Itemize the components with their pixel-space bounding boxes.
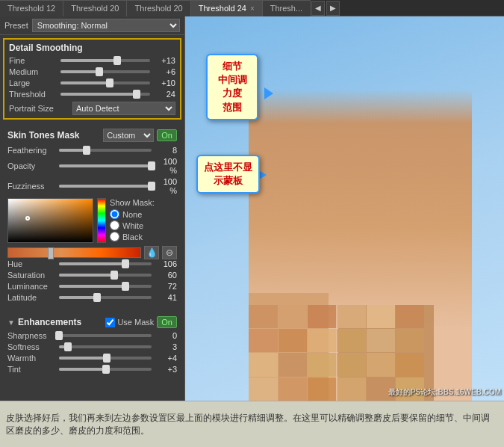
sharpness-label: Sharpness [7,331,56,340]
luminance-slider-track[interactable] [59,285,152,288]
tint-slider-track[interactable] [59,368,152,371]
large-slider-row: Large +10 [9,78,175,87]
hue-label: Hue [7,259,56,268]
large-label: Large [9,78,57,87]
enhancements-title: Enhancements [18,317,106,327]
medium-label: Medium [9,67,57,76]
radio-black-input[interactable] [110,232,119,241]
sharpness-slider-track[interactable] [59,334,152,337]
hue-value: 106 [155,259,177,268]
feathering-slider-row: Feathering 8 [7,146,177,155]
fine-slider-track[interactable] [60,59,150,62]
tooltip-arrow-1 [264,87,273,99]
feathering-slider-track[interactable] [59,149,152,152]
tooltip-text-1: 细节中间调力度范围 [218,61,247,113]
tab-threshold20a[interactable]: Threshold 20 [63,0,127,16]
fine-slider-row: Fine +13 [9,56,175,65]
fuzziness-slider-track[interactable] [59,185,152,188]
tooltip-box-1: 细节中间调力度范围 [206,54,258,120]
detail-smoothing-section: Detail Smoothing Fine +13 Medium +6 [3,38,181,120]
saturation-value: 60 [155,271,177,280]
enhancements-header: ▼ Enhancements Use Mask On [7,316,177,328]
preset-label: Preset [4,21,28,30]
feathering-label: Feathering [7,146,56,155]
bottom-text: 皮肤选择好后，我们再来到左边参数设置区最上面的模块进行精细调整。在这里可以精确调… [6,412,498,437]
tint-value: +3 [155,365,177,374]
portrait-size-select[interactable]: Auto Detect [72,102,175,115]
tab-nav-left[interactable]: ◀ [311,1,325,16]
tooltip-box-2: 点这里不显示蒙板 [196,155,260,194]
latitude-slider-row: Latitude 41 [7,293,177,302]
enhancements-collapse-icon[interactable]: ▼ [7,318,15,327]
show-mask-label: Show Mask: [110,198,155,207]
saturation-label: Saturation [7,271,56,280]
tab-threshold20b[interactable]: Threshold 20 [127,0,190,16]
color-gradient-picker[interactable] [7,198,93,243]
softness-label: Softness [7,342,56,351]
medium-slider-track[interactable] [60,70,150,73]
hue-slider-row: Hue 106 [7,259,177,268]
softness-value: 3 [155,342,177,351]
skin-tones-mask-section: Skin Tones Mask Custom On Feathering 8 O… [3,126,181,307]
tab-thresh[interactable]: Thresh... [263,0,311,16]
softness-slider-track[interactable] [59,345,152,348]
pipette-row: 💧 ⊖ [7,246,177,259]
softness-slider-row: Softness 3 [7,342,177,351]
skin-tones-on-badge[interactable]: On [157,129,177,141]
radio-white-input[interactable] [110,221,119,230]
tab-close-icon[interactable]: × [250,4,255,13]
sharpness-slider-row: Sharpness 0 [7,331,177,340]
fuzziness-value: 100 % [155,177,177,195]
show-mask-area: Show Mask: None White Black [110,198,155,243]
latitude-label: Latitude [7,293,56,302]
preset-row: Preset Smoothing: Normal [0,16,184,35]
fine-label: Fine [9,56,57,65]
fuzziness-label: Fuzziness [7,182,56,191]
use-mask-check[interactable]: Use Mask [105,318,154,327]
eyedropper-minus-button[interactable]: ⊖ [162,246,177,259]
tooltip-text-2: 点这里不显示蒙板 [204,161,252,186]
sharpness-value: 0 [155,331,177,340]
tab-nav-right[interactable]: ▶ [326,1,340,16]
large-slider-track[interactable] [60,81,150,84]
main-layout: Preset Smoothing: Normal Detail Smoothin… [0,16,504,401]
skin-tones-header: Skin Tones Mask Custom On [7,129,177,142]
radio-white-row[interactable]: White [110,221,155,230]
warmth-slider-track[interactable] [59,357,152,360]
tab-threshold12[interactable]: Threshold 12 [0,0,63,16]
smoothing-select[interactable]: Smoothing: Normal [32,19,180,32]
saturation-slider-row: Saturation 60 [7,271,177,280]
tab-threshold24[interactable]: Threshold 24 × [191,0,263,16]
custom-select[interactable]: Custom [103,129,154,142]
left-panel: Preset Smoothing: Normal Detail Smoothin… [0,16,185,401]
luminance-label: Luminance [7,282,56,291]
luminance-slider-row: Luminance 72 [7,282,177,291]
opacity-slider-track[interactable] [59,164,152,167]
radio-none-input[interactable] [110,209,119,219]
right-image-area: 细节中间调力度范围 点这里不显示蒙板 最好的PS论坛:BBS.16WEB.COM [185,16,504,401]
opacity-value: 100 % [155,157,177,175]
tint-slider-row: Tint +3 [7,365,177,374]
large-value: +10 [153,78,175,87]
bottom-bar: 皮肤选择好后，我们再来到左边参数设置区最上面的模块进行精细调整。在这里可以精确调… [0,401,504,447]
hue-slider-track[interactable] [59,262,152,265]
enhancements-on-badge[interactable]: On [157,316,177,328]
skin-tones-title: Skin Tones Mask [7,130,103,141]
radio-black-row[interactable]: Black [110,232,155,241]
mosaic-area [249,305,424,401]
hue-strip[interactable] [97,198,106,243]
medium-value: +6 [153,67,175,76]
enhancements-section: ▼ Enhancements Use Mask On Sharpness 0 [3,313,181,379]
hue-bar[interactable] [7,247,141,258]
eyedropper-button[interactable]: 💧 [144,246,159,259]
tab-bar: Threshold 12 Threshold 20 Threshold 20 T… [0,0,504,16]
use-mask-checkbox[interactable] [105,318,115,327]
saturation-slider-track[interactable] [59,274,152,277]
latitude-value: 41 [155,293,177,302]
threshold-slider-track[interactable] [60,93,150,96]
watermark: 最好的PS论坛:BBS.16WEB.COM [388,387,501,398]
warmth-label: Warmth [7,354,56,363]
feathering-value: 8 [155,146,177,155]
latitude-slider-track[interactable] [59,296,152,299]
radio-none-row[interactable]: None [110,209,155,219]
